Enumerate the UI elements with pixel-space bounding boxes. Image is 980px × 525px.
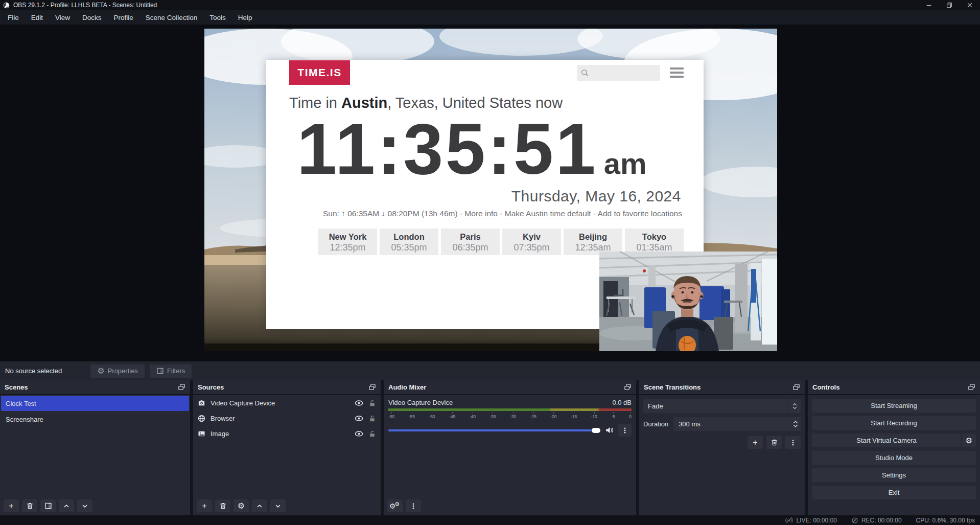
- volume-slider[interactable]: [388, 429, 600, 431]
- move-source-up-button[interactable]: [252, 499, 267, 512]
- scenes-panel: Scenes Clock Test Screenshare +: [0, 380, 190, 515]
- unlock-icon[interactable]: [368, 430, 376, 438]
- maximize-button[interactable]: [939, 0, 960, 10]
- volume-slider-row: [388, 424, 632, 437]
- scene-filters-button[interactable]: [40, 499, 56, 512]
- popout-icon[interactable]: [178, 383, 185, 391]
- gear-icon: ⚙: [394, 501, 400, 507]
- filters-button[interactable]: Filters: [150, 364, 192, 378]
- source-selection-bar: No source selected ⚙ Properties Filters: [0, 361, 980, 380]
- close-button[interactable]: [960, 0, 980, 10]
- mixer-channel-menu-button[interactable]: [618, 424, 632, 437]
- minimize-button[interactable]: [919, 0, 939, 10]
- obs-window: OBS 29.1.2 - Profile: LLHLS BETA - Scene…: [0, 0, 980, 525]
- popout-icon[interactable]: [368, 383, 376, 391]
- source-row-image[interactable]: Image: [193, 426, 381, 441]
- timeis-logo: TIME.IS: [289, 60, 350, 85]
- add-scene-button[interactable]: +: [4, 499, 19, 512]
- stream-signal-icon: [785, 516, 793, 524]
- menu-tools[interactable]: Tools: [203, 10, 232, 25]
- move-scene-up-button[interactable]: [59, 499, 74, 512]
- popout-icon[interactable]: [624, 383, 632, 391]
- spin-carets[interactable]: [793, 417, 798, 431]
- start-virtual-camera-button[interactable]: Start Virtual Camera: [812, 433, 961, 447]
- trash-icon: [771, 439, 778, 446]
- popout-icon[interactable]: [968, 383, 975, 391]
- plus-icon: +: [9, 502, 13, 510]
- move-source-down-button[interactable]: [270, 499, 286, 512]
- properties-button[interactable]: ⚙ Properties: [90, 364, 145, 378]
- menu-help[interactable]: Help: [232, 10, 259, 25]
- camera-icon: [198, 399, 205, 407]
- remove-source-button[interactable]: [215, 499, 230, 512]
- trash-icon: [219, 502, 227, 510]
- menu-view[interactable]: View: [49, 10, 76, 25]
- scene-item-clock-test[interactable]: Clock Test: [1, 396, 189, 411]
- dots-icon: [621, 427, 628, 434]
- transition-select[interactable]: Fade: [643, 399, 801, 413]
- restore-icon: [946, 2, 953, 9]
- transition-menu-button[interactable]: [785, 436, 801, 449]
- popout-icon[interactable]: [792, 383, 800, 391]
- unlock-icon[interactable]: [368, 415, 376, 422]
- source-row-browser[interactable]: Browser: [193, 410, 381, 426]
- exit-button[interactable]: Exit: [812, 486, 976, 499]
- controls-body: Start Streaming Start Recording Start Vi…: [808, 395, 980, 515]
- menu-file[interactable]: File: [2, 10, 25, 25]
- scenes-header: Scenes: [0, 380, 190, 395]
- mixer-menu-button[interactable]: [406, 499, 421, 512]
- sources-header: Sources: [193, 380, 381, 395]
- sources-list: Video Capture Device Browser Image: [193, 395, 381, 496]
- webcam-video-source[interactable]: [599, 252, 777, 351]
- advanced-audio-button[interactable]: ⚙ ⚙: [387, 499, 403, 512]
- timeis-clock: 11:35:51 am: [297, 113, 646, 185]
- window-title: OBS 29.1.2 - Profile: LLHLS BETA - Scene…: [13, 2, 157, 9]
- virtual-camera-config-button[interactable]: ⚙: [962, 433, 976, 447]
- source-properties-button[interactable]: ⚙: [234, 499, 249, 512]
- move-scene-down-button[interactable]: [77, 499, 92, 512]
- more-info-link: More info: [464, 209, 498, 218]
- add-transition-button[interactable]: +: [748, 436, 763, 449]
- title-bar: OBS 29.1.2 - Profile: LLHLS BETA - Scene…: [0, 0, 980, 10]
- add-favorite-link: Add to favorite locations: [598, 209, 682, 218]
- image-icon: [198, 430, 205, 438]
- scene-transitions-body: Fade Duration 300 ms: [639, 395, 805, 515]
- chevron-up-icon: [63, 503, 70, 510]
- speaker-icon[interactable]: [605, 426, 614, 435]
- live-status: LIVE: 00:00:00: [785, 516, 836, 524]
- eye-icon[interactable]: [355, 429, 363, 438]
- preview-canvas[interactable]: TIME.IS Time in Austin, Texas, United St…: [204, 29, 777, 351]
- unlock-icon[interactable]: [368, 399, 376, 407]
- make-default-link: Make Austin time default: [505, 209, 591, 218]
- menu-edit[interactable]: Edit: [25, 10, 49, 25]
- duration-spinbox[interactable]: 300 ms: [673, 417, 801, 431]
- scenes-toolbar: +: [0, 496, 190, 515]
- settings-button[interactable]: Settings: [812, 468, 976, 482]
- trash-icon: [26, 502, 34, 510]
- caret-up-icon: [793, 420, 798, 424]
- mixer-channel-row: Video Capture Device 0.0 dB: [388, 399, 632, 406]
- plus-icon: +: [753, 439, 757, 447]
- start-streaming-button[interactable]: Start Streaming: [812, 399, 976, 413]
- caret-down-icon: [793, 424, 798, 428]
- start-recording-button[interactable]: Start Recording: [812, 416, 976, 430]
- remove-transition-button[interactable]: [766, 436, 782, 449]
- volume-slider-handle[interactable]: [592, 428, 600, 433]
- menu-profile[interactable]: Profile: [108, 10, 139, 25]
- studio-mode-button[interactable]: Studio Mode: [812, 451, 976, 465]
- gear-icon: ⚙: [238, 502, 245, 510]
- menu-docks[interactable]: Docks: [76, 10, 108, 25]
- timeis-sun-line: Sun: ↑ 06:35AM ↓ 08:20PM (13h 46m) - Mor…: [323, 209, 682, 218]
- duration-label: Duration: [643, 420, 668, 428]
- caret-up-icon: [792, 403, 797, 406]
- filter-icon: [156, 367, 164, 375]
- eye-icon[interactable]: [355, 414, 363, 423]
- eye-icon[interactable]: [355, 399, 363, 407]
- add-source-button[interactable]: +: [197, 499, 212, 512]
- scene-item-screenshare[interactable]: Screenshare: [1, 412, 189, 427]
- duration-row: Duration 300 ms: [643, 417, 801, 431]
- source-row-video-capture[interactable]: Video Capture Device: [193, 395, 381, 410]
- menu-scene-collection[interactable]: Scene Collection: [139, 10, 203, 25]
- remove-scene-button[interactable]: [22, 499, 37, 512]
- scene-transitions-panel: Scene Transitions Fade Duration: [639, 380, 805, 515]
